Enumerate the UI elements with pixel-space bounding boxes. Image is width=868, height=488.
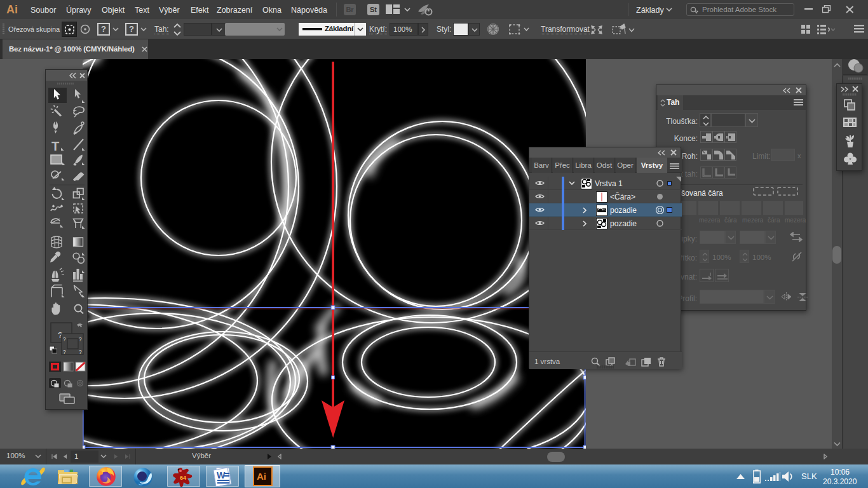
svg-text:?: ? — [63, 336, 66, 342]
svg-text:64: 64 — [180, 475, 186, 481]
svg-text:?: ? — [63, 349, 66, 355]
svg-text:W: W — [217, 470, 226, 480]
svg-text:T: T — [51, 139, 59, 153]
svg-text:?: ? — [79, 336, 82, 342]
svg-text:?: ? — [79, 349, 82, 355]
